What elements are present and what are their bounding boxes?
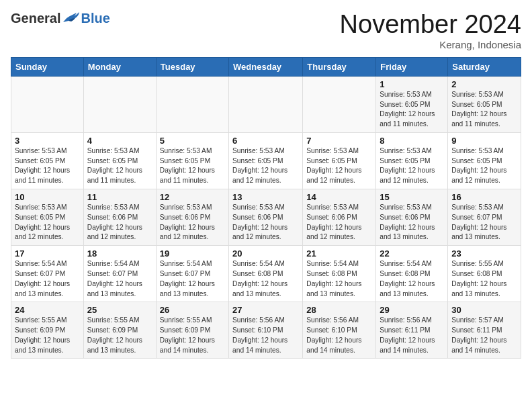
week-row-5: 24Sunrise: 5:55 AM Sunset: 6:09 PM Dayli…: [11, 302, 521, 359]
day-number: 27: [232, 305, 299, 315]
day-info: Sunrise: 5:53 AM Sunset: 6:07 PM Dayligh…: [451, 203, 517, 242]
day-info: Sunrise: 5:53 AM Sunset: 6:05 PM Dayligh…: [380, 90, 444, 130]
title-block: November 2024 Kerang, Indonesia: [340, 11, 521, 50]
calendar-cell: 16Sunrise: 5:53 AM Sunset: 6:07 PM Dayli…: [448, 189, 521, 246]
calendar-cell: 20Sunrise: 5:54 AM Sunset: 6:08 PM Dayli…: [229, 246, 303, 302]
day-info: Sunrise: 5:53 AM Sunset: 6:05 PM Dayligh…: [451, 90, 517, 130]
calendar-cell: 11Sunrise: 5:53 AM Sunset: 6:06 PM Dayli…: [83, 189, 156, 246]
day-number: 19: [160, 248, 225, 259]
day-info: Sunrise: 5:56 AM Sunset: 6:10 PM Dayligh…: [306, 316, 372, 355]
weekday-header-tuesday: Tuesday: [156, 57, 228, 76]
day-number: 2: [451, 79, 517, 89]
calendar-cell: 4Sunrise: 5:53 AM Sunset: 6:05 PM Daylig…: [83, 132, 156, 189]
week-row-2: 3Sunrise: 5:53 AM Sunset: 6:05 PM Daylig…: [11, 132, 521, 189]
day-info: Sunrise: 5:53 AM Sunset: 6:05 PM Dayligh…: [380, 146, 444, 186]
calendar-cell: 18Sunrise: 5:54 AM Sunset: 6:07 PM Dayli…: [83, 246, 156, 302]
day-info: Sunrise: 5:53 AM Sunset: 6:05 PM Dayligh…: [232, 146, 299, 186]
day-info: Sunrise: 5:53 AM Sunset: 6:06 PM Dayligh…: [232, 203, 299, 242]
day-info: Sunrise: 5:55 AM Sunset: 6:08 PM Dayligh…: [451, 259, 517, 299]
day-number: 16: [451, 192, 517, 202]
day-info: Sunrise: 5:53 AM Sunset: 6:06 PM Dayligh…: [306, 203, 372, 242]
day-number: 22: [380, 248, 444, 259]
calendar-cell: 6Sunrise: 5:53 AM Sunset: 6:05 PM Daylig…: [229, 132, 303, 189]
weekday-header-wednesday: Wednesday: [229, 57, 303, 76]
day-info: Sunrise: 5:54 AM Sunset: 6:08 PM Dayligh…: [232, 259, 299, 299]
day-number: 14: [306, 192, 372, 202]
week-row-3: 10Sunrise: 5:53 AM Sunset: 6:05 PM Dayli…: [11, 189, 521, 246]
day-info: Sunrise: 5:55 AM Sunset: 6:09 PM Dayligh…: [160, 316, 225, 355]
calendar-cell: 30Sunrise: 5:57 AM Sunset: 6:11 PM Dayli…: [448, 302, 521, 359]
day-info: Sunrise: 5:53 AM Sunset: 6:06 PM Dayligh…: [160, 203, 225, 242]
day-info: Sunrise: 5:53 AM Sunset: 6:05 PM Dayligh…: [87, 146, 152, 186]
logo-bird-icon: [62, 10, 81, 25]
calendar-cell: 9Sunrise: 5:53 AM Sunset: 6:05 PM Daylig…: [448, 132, 521, 189]
day-number: 6: [232, 136, 299, 146]
calendar-cell: 24Sunrise: 5:55 AM Sunset: 6:09 PM Dayli…: [11, 302, 84, 359]
calendar-cell: 21Sunrise: 5:54 AM Sunset: 6:08 PM Dayli…: [303, 246, 376, 302]
day-info: Sunrise: 5:54 AM Sunset: 6:08 PM Dayligh…: [306, 259, 372, 299]
calendar-cell: 28Sunrise: 5:56 AM Sunset: 6:10 PM Dayli…: [303, 302, 376, 359]
calendar-cell: 3Sunrise: 5:53 AM Sunset: 6:05 PM Daylig…: [11, 132, 84, 189]
day-number: 25: [87, 305, 152, 315]
day-info: Sunrise: 5:53 AM Sunset: 6:05 PM Dayligh…: [451, 146, 517, 186]
calendar-cell: 1Sunrise: 5:53 AM Sunset: 6:05 PM Daylig…: [376, 76, 448, 132]
day-number: 26: [160, 305, 225, 315]
weekday-header-friday: Friday: [376, 57, 448, 76]
day-number: 28: [306, 305, 372, 315]
day-info: Sunrise: 5:56 AM Sunset: 6:11 PM Dayligh…: [380, 316, 444, 355]
day-info: Sunrise: 5:55 AM Sunset: 6:09 PM Dayligh…: [15, 316, 80, 355]
day-number: 10: [15, 192, 80, 202]
day-info: Sunrise: 5:57 AM Sunset: 6:11 PM Dayligh…: [451, 316, 517, 355]
day-info: Sunrise: 5:53 AM Sunset: 6:06 PM Dayligh…: [87, 203, 152, 242]
day-number: 23: [451, 248, 517, 259]
location: Kerang, Indonesia: [340, 39, 521, 50]
header: General Blue November 2024 Kerang, Indon…: [11, 11, 521, 50]
day-number: 24: [15, 305, 80, 315]
day-info: Sunrise: 5:53 AM Sunset: 6:05 PM Dayligh…: [15, 146, 80, 186]
calendar-cell: 5Sunrise: 5:53 AM Sunset: 6:05 PM Daylig…: [156, 132, 228, 189]
day-info: Sunrise: 5:54 AM Sunset: 6:07 PM Dayligh…: [87, 259, 152, 299]
day-number: 15: [380, 192, 444, 202]
month-title: November 2024: [340, 11, 521, 39]
week-row-1: 1Sunrise: 5:53 AM Sunset: 6:05 PM Daylig…: [11, 76, 521, 132]
day-number: 12: [160, 192, 225, 202]
day-info: Sunrise: 5:54 AM Sunset: 6:08 PM Dayligh…: [380, 259, 444, 299]
day-info: Sunrise: 5:53 AM Sunset: 6:05 PM Dayligh…: [15, 203, 80, 242]
calendar-cell: 12Sunrise: 5:53 AM Sunset: 6:06 PM Dayli…: [156, 189, 228, 246]
calendar-cell: 25Sunrise: 5:55 AM Sunset: 6:09 PM Dayli…: [83, 302, 156, 359]
day-number: 30: [451, 305, 517, 315]
page: General Blue November 2024 Kerang, Indon…: [0, 0, 532, 369]
calendar-cell: [156, 76, 228, 132]
day-number: 20: [232, 248, 299, 259]
day-number: 1: [380, 79, 444, 89]
calendar-cell: 2Sunrise: 5:53 AM Sunset: 6:05 PM Daylig…: [448, 76, 521, 132]
day-info: Sunrise: 5:56 AM Sunset: 6:10 PM Dayligh…: [232, 316, 299, 355]
logo-text: General Blue: [11, 11, 110, 26]
calendar-cell: [303, 76, 376, 132]
calendar-cell: [11, 76, 84, 132]
calendar-cell: 23Sunrise: 5:55 AM Sunset: 6:08 PM Dayli…: [448, 246, 521, 302]
calendar-cell: 8Sunrise: 5:53 AM Sunset: 6:05 PM Daylig…: [376, 132, 448, 189]
weekday-header-row: SundayMondayTuesdayWednesdayThursdayFrid…: [11, 57, 521, 76]
weekday-header-sunday: Sunday: [11, 57, 84, 76]
calendar-cell: 19Sunrise: 5:54 AM Sunset: 6:07 PM Dayli…: [156, 246, 228, 302]
logo-general: General: [11, 11, 60, 26]
calendar-cell: 22Sunrise: 5:54 AM Sunset: 6:08 PM Dayli…: [376, 246, 448, 302]
day-number: 18: [87, 248, 152, 259]
weekday-header-monday: Monday: [83, 57, 156, 76]
day-info: Sunrise: 5:53 AM Sunset: 6:06 PM Dayligh…: [380, 203, 444, 242]
calendar-cell: 26Sunrise: 5:55 AM Sunset: 6:09 PM Dayli…: [156, 302, 228, 359]
day-number: 3: [15, 136, 80, 146]
calendar-cell: [83, 76, 156, 132]
calendar-cell: 15Sunrise: 5:53 AM Sunset: 6:06 PM Dayli…: [376, 189, 448, 246]
day-number: 5: [160, 136, 225, 146]
weekday-header-thursday: Thursday: [303, 57, 376, 76]
day-info: Sunrise: 5:54 AM Sunset: 6:07 PM Dayligh…: [15, 259, 80, 299]
calendar-cell: [229, 76, 303, 132]
day-number: 29: [380, 305, 444, 315]
day-info: Sunrise: 5:53 AM Sunset: 6:05 PM Dayligh…: [160, 146, 225, 186]
calendar-cell: 14Sunrise: 5:53 AM Sunset: 6:06 PM Dayli…: [303, 189, 376, 246]
day-info: Sunrise: 5:53 AM Sunset: 6:05 PM Dayligh…: [306, 146, 372, 186]
day-info: Sunrise: 5:54 AM Sunset: 6:07 PM Dayligh…: [160, 259, 225, 299]
day-number: 9: [451, 136, 517, 146]
